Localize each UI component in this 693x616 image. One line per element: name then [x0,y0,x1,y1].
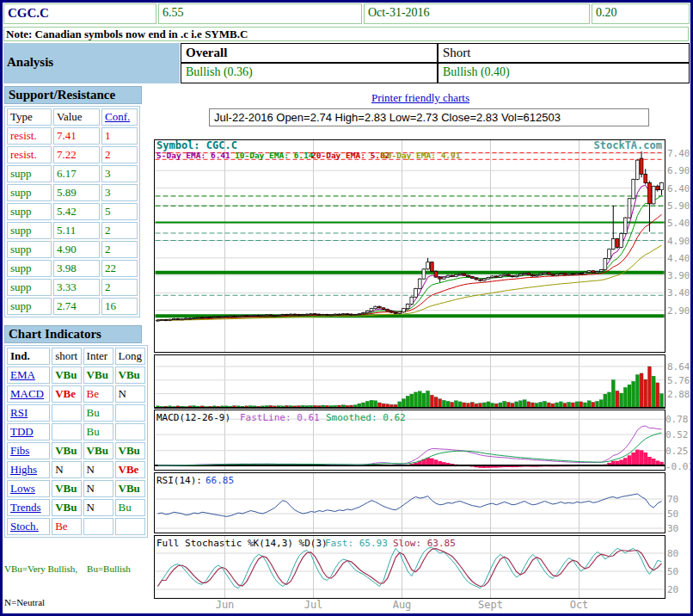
ci-table-row: Stoch.Be [7,518,145,535]
svg-text:Oct: Oct [570,599,589,611]
svg-text:4.90: 4.90 [667,236,690,247]
ci-header-long: Long [115,348,145,365]
svg-text:8.64: 8.64 [667,361,690,373]
svg-text:Symbol: CGC.C: Symbol: CGC.C [156,139,237,151]
svg-text:20-Day EMA: 5.82: 20-Day EMA: 5.82 [311,151,390,160]
indicator-link-rsi[interactable]: RSI [10,406,28,419]
support-resistance-table: Type Value Conf. resist.7.411resist.7.22… [4,106,140,317]
svg-text:-0.01: -0.01 [665,461,693,472]
svg-text:5.76: 5.76 [667,375,690,386]
svg-text:4.40: 4.40 [667,253,690,264]
svg-text:3.90: 3.90 [667,270,690,281]
indicator-legend: VBu=Very Bullish, Bu=Bullish N=Neutral B… [4,541,148,616]
svg-text:Jul: Jul [304,599,323,611]
svg-text:50: 50 [667,508,678,520]
svg-text:66.85: 66.85 [205,475,234,486]
rsi-pane: RSI(14):66.85 [155,473,665,533]
analysis-short-value: Bullish (0.40) [438,63,690,83]
chart-indicators-table: Ind. short Inter Long EMAVBuVBuVBuMACDVB… [4,345,148,538]
svg-text:0.52: 0.52 [665,429,689,440]
svg-text:7.40: 7.40 [667,148,690,159]
volume-pane [155,355,665,409]
sr-header-value: Value [53,108,100,126]
svg-text:6.90: 6.90 [667,165,690,176]
svg-text:70: 70 [667,494,678,505]
indicator-link-highs[interactable]: Highs [10,463,37,476]
svg-text:Aug: Aug [393,599,412,611]
svg-text:Jun: Jun [216,599,235,611]
sr-table-row: supp5.893 [7,184,138,201]
svg-text:5.90: 5.90 [667,200,690,212]
analysis-overall-value: Bullish (0.36) [181,63,438,83]
svg-text:20: 20 [667,584,678,595]
canadian-symbols-note: Note: Canadian symbols now end in .c i.e… [3,27,689,41]
stoch-pane: Full Stochastic %K(14,3) %D(3)Fast: 65.9… [155,536,665,599]
support-resistance-title: Support/Resistance [4,86,142,104]
sr-table-row: supp5.112 [7,222,138,239]
ci-header-short: short [52,348,81,365]
ci-table-body: EMAVBuVBuVBuMACDVBeBeNRSIBuTDDBuFibsVBuV… [7,367,145,535]
svg-text:50: 50 [667,566,678,577]
change-cell: 0.20 [592,3,690,24]
sr-table-row: supp5.425 [7,203,138,220]
svg-text:6.40: 6.40 [667,183,690,194]
svg-text:0.25: 0.25 [665,446,689,457]
symbol-cell: CGC.C [3,3,156,24]
ci-header-inter: Inter [83,348,113,365]
svg-text:3.40: 3.40 [667,287,690,299]
printer-friendly-link[interactable]: Printer friendly charts [371,91,469,104]
stockta-page: CGC.C 6.55 Oct-31-2016 0.20 Note: Canadi… [0,0,693,616]
indicator-link-ema[interactable]: EMA [10,368,35,381]
sr-table-body: resist.7.411resist.7.222supp6.173supp5.8… [7,127,138,315]
macd-pane: MACD(12-26-9)FastLine: 0.61Smoothed: 0.6… [155,410,665,471]
svg-text:Smoothed: 0.62: Smoothed: 0.62 [326,412,406,423]
svg-text:5-Day EMA: 6.41: 5-Day EMA: 6.41 [156,151,230,160]
svg-text:RSI(14):: RSI(14): [156,475,202,486]
indicator-link-macd[interactable]: MACD [10,387,44,400]
svg-text:MACD(12-26-9): MACD(12-26-9) [156,412,230,423]
ci-table-row: RSIBu [7,404,145,422]
svg-text:Fast: 65.93: Fast: 65.93 [325,538,388,549]
sr-table-row: supp3.9822 [7,260,138,277]
price-cell: 6.55 [158,3,362,24]
indicator-link-tdd[interactable]: TDD [10,425,34,438]
sr-header-conf-link[interactable]: Conf. [105,110,130,123]
svg-text:2.90: 2.90 [667,305,690,317]
stock-chart: Symbol: CGC.CStockTA.com5-Day EMA: 6.411… [150,133,693,612]
svg-text:5.40: 5.40 [667,218,690,229]
indicator-link-stoch[interactable]: Stoch. [10,520,39,533]
svg-text:50-Day EMA: 4.91: 50-Day EMA: 4.91 [382,151,461,160]
sr-table-row: supp2.7416 [7,298,138,315]
chart-indicators-title: Chart Indicators [4,325,142,343]
svg-text:10-Day EMA: 6.14: 10-Day EMA: 6.14 [235,151,314,160]
indicator-link-fibs[interactable]: Fibs [10,444,29,457]
sr-header-type: Type [7,108,52,126]
ci-table-row: LowsVBuNVBu [7,480,145,497]
svg-text:Slow: 63.85: Slow: 63.85 [393,538,456,549]
ci-table-row: MACDVBeBeN [7,385,145,403]
analysis-short-header: Short [438,43,690,63]
sr-table-row: supp6.173 [7,165,138,182]
indicator-link-trends[interactable]: Trends [10,501,41,514]
date-cell: Oct-31-2016 [364,3,590,24]
ohlc-readout[interactable]: Jul-22-2016 Open=2.74 High=2.83 Low=2.73… [209,108,649,126]
sr-table-row: resist.7.222 [7,146,138,163]
sidebar: Support/Resistance Type Value Conf. resi… [4,86,148,616]
ci-table-row: FibsVBuVBuVBu [7,442,145,459]
svg-text:Sept: Sept [478,599,503,611]
ci-table-row: TrendsVBuNBu [7,499,145,516]
svg-text:FastLine: 0.61: FastLine: 0.61 [240,412,320,423]
svg-text:0.78: 0.78 [665,414,689,425]
analysis-overall-header: Overall [181,43,438,63]
analysis-label: Analysis [3,43,180,83]
svg-text:StockTA.com: StockTA.com [594,139,662,151]
sr-table-row: supp3.332 [7,279,138,296]
svg-text:Full Stochastic %K(14,3) %D(3): Full Stochastic %K(14,3) %D(3) [156,538,328,549]
svg-text:80: 80 [667,548,678,559]
legend-neutral: N=Neutral [4,597,148,608]
ci-header-ind: Ind. [7,348,50,365]
sr-table-row: supp4.902 [7,241,138,258]
legend-bullish: VBu=Very Bullish, Bu=Bullish [4,564,148,575]
indicator-link-lows[interactable]: Lows [10,482,35,495]
svg-text:2.88: 2.88 [667,389,690,400]
